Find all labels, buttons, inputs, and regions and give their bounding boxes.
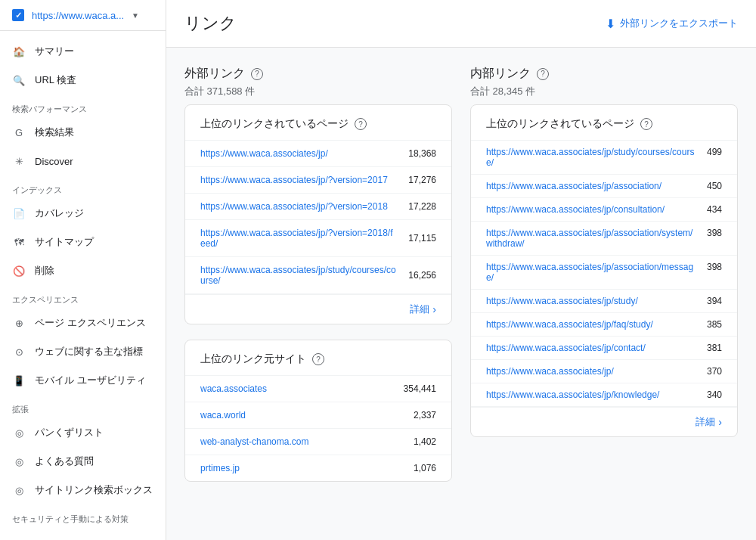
internal-top-linked-pages-card: 上位のリンクされているページ ? https://www.waca.associ… [470,104,738,437]
external-top-referrers-title: 上位のリンク元サイト ? [185,340,451,376]
table-row: https://www.waca.associates/jp/contact/ … [471,337,737,360]
referrer-url-1[interactable]: waca.associates [200,383,392,394]
table-row: https://www.waca.associates/jp/study/cou… [471,141,737,175]
sitelinks-icon: ◎ [12,483,26,497]
star-icon: ✳ [12,154,26,168]
external-links-help-icon[interactable]: ? [251,68,263,80]
breadcrumb-icon: ◎ [12,426,26,439]
referrer-value-4: 1,076 [414,463,436,473]
internal-url-2[interactable]: https://www.waca.associates/jp/associati… [486,181,695,191]
sidebar-item-summary[interactable]: 🏠 サマリー [0,37,166,66]
table-row: prtimes.jp 1,076 [185,455,451,481]
sidebar-item-page-experience[interactable]: ⊕ ページ エクスペリエンス [0,309,166,337]
internal-top-linked-pages-title: 上位のリンクされているページ ? [471,105,737,141]
table-row: waca.associates 354,441 [185,376,451,402]
sidebar-item-label: カバレッジ [35,206,84,220]
top-linked-pages-help-icon[interactable]: ? [355,118,367,130]
internal-value-9: 370 [707,366,722,377]
sidebar-header[interactable]: https://www.waca.a... ▼ [0,0,166,31]
sidebar-item-coverage[interactable]: 📄 カバレッジ [0,199,166,228]
external-links-column: 外部リンク ? 合計 371,588 件 上位のリンクされているページ ? ht… [184,66,452,497]
external-url-1[interactable]: https://www.waca.associates/jp/ [200,148,396,159]
internal-url-8[interactable]: https://www.waca.associates/jp/contact/ [486,343,695,353]
top-referrers-help-icon[interactable]: ? [312,353,324,365]
table-row: https://www.waca.associates/jp/ 18,368 [185,141,451,167]
sidebar-item-mobile-usability[interactable]: 📱 モバイル ユーザビリティ [0,366,166,395]
table-row: https://www.waca.associates/jp/knowledge… [471,383,737,407]
table-row: https://www.waca.associates/jp/associati… [471,222,737,256]
sidebar-item-label: ページ エクスペリエンス [35,316,146,330]
external-links-total: 合計 371,588 件 [184,85,452,98]
table-row: https://www.waca.associates/jp/study/ 39… [471,290,737,313]
section-search-performance: 検索パフォーマンス [0,95,166,118]
site-dropdown-arrow[interactable]: ▼ [132,11,139,20]
external-links-header: 外部リンク ? 合計 371,588 件 [184,66,452,98]
sidebar-item-sitelinks[interactable]: ◎ サイトリンク検索ボックス [0,476,166,504]
internal-url-9[interactable]: https://www.waca.associates/jp/ [486,366,695,377]
table-row: https://www.waca.associates/jp/faq/study… [471,313,737,337]
external-value-1: 18,368 [408,148,436,159]
external-top-referrers-card: 上位のリンク元サイト ? waca.associates 354,441 wac… [184,340,452,482]
search-icon: 🔍 [12,73,26,87]
sidebar-item-faq[interactable]: ◎ よくある質問 [0,447,166,476]
faq-icon: ◎ [12,455,26,468]
external-url-3[interactable]: https://www.waca.associates/jp/?version=… [200,201,396,212]
sitemap-icon: 🗺 [12,235,26,249]
internal-value-5: 398 [707,262,722,272]
internal-links-help-icon[interactable]: ? [537,68,549,80]
chevron-right-icon: › [718,416,722,428]
referrer-url-4[interactable]: prtimes.jp [200,463,401,473]
site-checkbox [12,9,24,21]
internal-url-10[interactable]: https://www.waca.associates/jp/knowledge… [486,389,695,400]
section-experience: エクスペリエンス [0,285,166,309]
sidebar-item-url-inspection[interactable]: 🔍 URL 検査 [0,66,166,95]
home-icon: 🏠 [12,45,26,58]
external-top-linked-details-link[interactable]: 詳細 › [410,303,436,316]
external-top-linked-pages-title: 上位のリンクされているページ ? [185,105,451,141]
referrer-url-2[interactable]: waca.world [200,410,401,421]
export-button[interactable]: ⬇ 外部リンクをエクスポート [606,17,738,31]
internal-links-total: 合計 28,345 件 [470,85,738,98]
internal-url-7[interactable]: https://www.waca.associates/jp/faq/study… [486,319,695,330]
internal-top-linked-footer: 詳細 › [471,407,737,436]
table-row: https://www.waca.associates/jp/?version=… [185,194,451,220]
sidebar-item-label: 検索結果 [35,126,74,139]
sidebar-item-web-vitals[interactable]: ⊙ ウェブに関する主な指標 [0,337,166,366]
sidebar: https://www.waca.a... ▼ 🏠 サマリー 🔍 URL 検査 … [0,0,166,540]
external-url-2[interactable]: https://www.waca.associates/jp/?version=… [200,175,396,185]
table-row: https://www.waca.associates/jp/associati… [471,175,737,198]
section-index: インデックス [0,175,166,199]
external-url-5[interactable]: https://www.waca.associates/jp/study/cou… [200,265,396,286]
internal-value-1: 499 [707,147,722,157]
sidebar-item-label: パンくずリスト [35,426,104,439]
section-extensions: 拡張 [0,395,166,418]
sidebar-item-discover[interactable]: ✳ Discover [0,147,166,175]
internal-top-linked-help-icon[interactable]: ? [640,118,652,130]
internal-url-3[interactable]: https://www.waca.associates/jp/consultat… [486,204,695,215]
doc-icon: 📄 [12,206,26,220]
sidebar-item-sitemap[interactable]: 🗺 サイトマップ [0,228,166,256]
internal-value-3: 434 [707,204,722,215]
referrer-url-3[interactable]: web-analyst-chanoma.com [200,436,401,447]
sidebar-item-label: URL 検査 [35,73,76,87]
internal-top-linked-details-link[interactable]: 詳細 › [696,415,722,429]
page-title: リンク [184,12,237,35]
internal-url-1[interactable]: https://www.waca.associates/jp/study/cou… [486,147,695,168]
section-security: セキュリティと手動による対策 [0,504,166,528]
internal-url-4[interactable]: https://www.waca.associates/jp/associati… [486,228,695,249]
sidebar-item-label: モバイル ユーザビリティ [35,374,146,387]
table-row: https://www.waca.associates/jp/?version=… [185,167,451,194]
internal-value-8: 381 [707,343,722,353]
sidebar-item-remove[interactable]: 🚫 削除 [0,256,166,285]
table-row: https://www.waca.associates/jp/study/cou… [185,257,451,294]
main-content: リンク ⬇ 外部リンクをエクスポート 外部リンク ? 合計 371,588 件 [166,0,756,540]
page-header: リンク ⬇ 外部リンクをエクスポート [166,0,756,48]
sidebar-item-search-results[interactable]: G 検索結果 [0,118,166,147]
external-url-4[interactable]: https://www.waca.associates/jp/?version=… [200,228,396,249]
referrer-value-1: 354,441 [404,383,436,394]
sidebar-item-breadcrumb[interactable]: ◎ パンくずリスト [0,418,166,447]
internal-url-5[interactable]: https://www.waca.associates/jp/associati… [486,262,695,283]
internal-links-title: 内部リンク [470,66,531,82]
internal-url-6[interactable]: https://www.waca.associates/jp/study/ [486,296,695,306]
sidebar-item-label: 削除 [35,264,54,278]
